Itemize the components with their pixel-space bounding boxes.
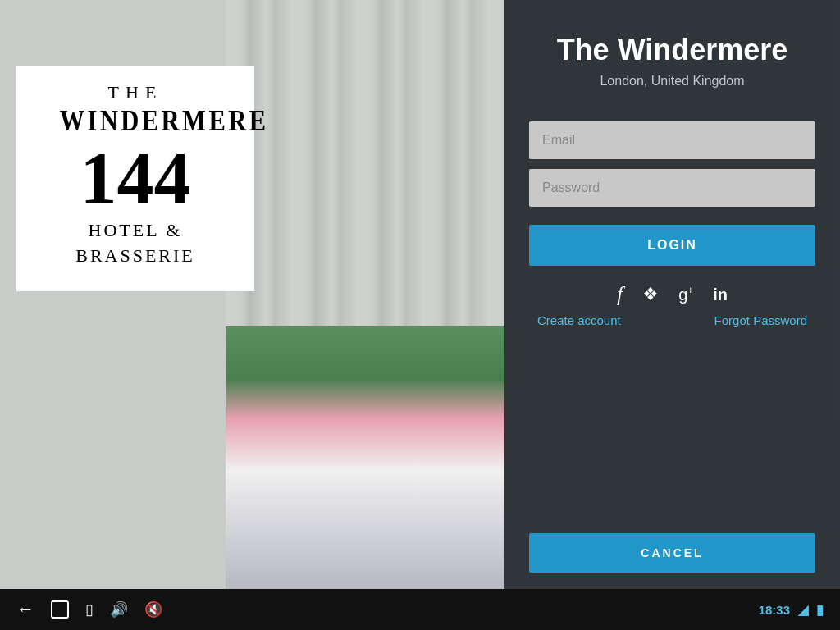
right-panel: The Windermere London, United Kingdom LO…: [504, 0, 840, 589]
volume-up-icon[interactable]: 🔊: [110, 600, 128, 619]
foursquare-icon[interactable]: ❖: [642, 284, 659, 305]
login-button[interactable]: LOGIN: [529, 225, 815, 266]
back-icon[interactable]: ←: [16, 599, 34, 620]
status-bar-right: 18:33 ◢ ▮: [759, 602, 824, 618]
recent-apps-icon[interactable]: ▯: [85, 600, 94, 619]
curtain-folds: [226, 0, 504, 345]
sign-line-1: THE: [41, 82, 230, 103]
cancel-button[interactable]: CANCEL: [529, 533, 815, 573]
status-bar: ← ▯ 🔊 🔇 18:33 ◢ ▮: [0, 589, 840, 630]
status-time: 18:33: [759, 603, 790, 617]
screen: THE WINDERMERE 144 HOTEL & BRASSERIE The…: [0, 0, 840, 630]
account-links-row: Create account Forgot Password: [529, 313, 815, 327]
hotel-location: London, United Kingdom: [600, 74, 744, 89]
facebook-icon[interactable]: f: [617, 282, 623, 307]
create-account-link[interactable]: Create account: [537, 313, 621, 327]
garden-area: [226, 326, 504, 589]
status-bar-left: ← ▯ 🔊 🔇: [16, 599, 162, 620]
home-icon[interactable]: [51, 600, 69, 619]
sign-number: 144: [41, 142, 230, 216]
social-icons-row: f ❖ g+ in: [529, 282, 815, 307]
volume-mute-icon[interactable]: 🔇: [144, 600, 162, 619]
hotel-title: The Windermere: [557, 33, 788, 67]
email-input[interactable]: [529, 121, 815, 159]
main-content: THE WINDERMERE 144 HOTEL & BRASSERIE The…: [0, 0, 840, 589]
sign-line-2: WINDERMERE: [60, 103, 269, 138]
forgot-password-link[interactable]: Forgot Password: [714, 313, 807, 327]
wifi-icon: ◢: [798, 602, 808, 618]
google-plus-icon[interactable]: g+: [678, 285, 693, 304]
password-input[interactable]: [529, 169, 815, 207]
password-field-container: [529, 169, 815, 207]
sign-line-3: HOTEL &: [41, 220, 230, 241]
battery-icon: ▮: [816, 602, 824, 618]
email-field-container: [529, 121, 815, 159]
hotel-sign: THE WINDERMERE 144 HOTEL & BRASSERIE: [16, 66, 254, 291]
left-panel: THE WINDERMERE 144 HOTEL & BRASSERIE: [0, 0, 504, 589]
sign-line-4: BRASSERIE: [41, 245, 230, 267]
linkedin-icon[interactable]: in: [713, 285, 728, 304]
